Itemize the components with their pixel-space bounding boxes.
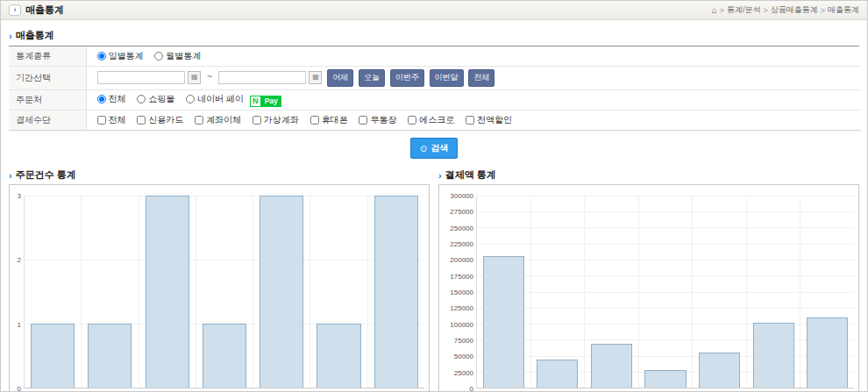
y-tick-label: 150000 bbox=[439, 289, 473, 296]
radio-daily-stats[interactable]: 일별통계 bbox=[97, 50, 144, 62]
checkbox-deposit[interactable]: 무통장 bbox=[359, 114, 396, 126]
checkbox-label: 신용카드 bbox=[148, 114, 183, 126]
checkbox-escrow[interactable]: 에스크로 bbox=[408, 114, 454, 126]
bar bbox=[699, 353, 740, 388]
breadcrumb-item[interactable]: 매출통계 bbox=[828, 4, 859, 16]
bar-columns bbox=[25, 196, 424, 388]
radio-label: 일별통계 bbox=[109, 50, 144, 62]
stats-type-row: 통계종류 일별통계 월별통계 bbox=[9, 46, 861, 67]
full-discount-checkbox[interactable] bbox=[466, 116, 474, 125]
chart-column bbox=[584, 196, 638, 388]
chart-title: › 결제액 통계 bbox=[438, 168, 859, 182]
order-naver-pay-radio[interactable] bbox=[186, 95, 195, 103]
bar bbox=[807, 317, 848, 388]
page-title-group: › 매출통계 bbox=[9, 4, 64, 17]
breadcrumb-separator: > bbox=[763, 6, 767, 15]
order-count-chart: 012311-2711-2812-1912-2412-2601-1605-14 bbox=[9, 184, 430, 392]
virtual-account-checkbox[interactable] bbox=[253, 116, 261, 125]
top-bar: › 매출통계 ⌂ > 통계/분석 > 상품매출통계 > 매출통계 bbox=[1, 1, 867, 20]
y-tick-label: 300000 bbox=[439, 192, 473, 200]
y-tick-label: 75000 bbox=[439, 337, 473, 345]
breadcrumb: ⌂ > 통계/분석 > 상품매출통계 > 매출통계 bbox=[712, 4, 859, 16]
calendar-icon[interactable]: ▦ bbox=[309, 71, 322, 84]
chart-column bbox=[25, 196, 81, 388]
checkbox-label: 무통장 bbox=[370, 114, 396, 126]
start-date-input[interactable] bbox=[97, 71, 185, 84]
daily-stats-radio[interactable] bbox=[97, 52, 106, 61]
y-tick-label: 125000 bbox=[439, 304, 473, 312]
naver-pay-badge: N Pay bbox=[250, 96, 281, 107]
radio-label: 쇼핑몰 bbox=[148, 93, 174, 105]
payment-amount-chart-panel: › 결제액 통계 0250005000075000100000125000150… bbox=[438, 167, 859, 392]
chart-column bbox=[81, 196, 138, 388]
mobile-checkbox[interactable] bbox=[310, 116, 319, 125]
order-source-row: 주문처 전체 쇼핑몰 네이버 페이 N Pay bbox=[9, 90, 861, 110]
bar bbox=[317, 324, 360, 388]
date-range-separator: ~ bbox=[207, 72, 212, 82]
y-tick-label: 175000 bbox=[439, 272, 473, 280]
checkbox-payment-all[interactable]: 전체 bbox=[97, 114, 126, 126]
checkbox-label: 가상계좌 bbox=[264, 114, 299, 126]
breadcrumb-item[interactable]: 통계/분석 bbox=[727, 4, 761, 16]
radio-order-all[interactable]: 전체 bbox=[97, 93, 126, 105]
chart-column bbox=[196, 196, 253, 388]
plot-area bbox=[24, 196, 424, 388]
period-this-month-button[interactable]: 이번달 bbox=[430, 69, 464, 87]
payment-all-checkbox[interactable] bbox=[97, 116, 106, 125]
chart-column bbox=[800, 196, 854, 388]
chart-column bbox=[746, 196, 800, 388]
chart-column bbox=[253, 196, 309, 388]
stats-type-label: 통계종류 bbox=[9, 46, 86, 67]
checkbox-bank-transfer[interactable]: 계좌이체 bbox=[195, 114, 241, 126]
y-tick-label: 200000 bbox=[439, 256, 473, 264]
chart-column bbox=[530, 196, 585, 388]
period-row: 기간선택 ▦ ~ ▦ 어제 오늘 이번주 이번달 전체 bbox=[9, 67, 861, 90]
radio-monthly-stats[interactable]: 월별통계 bbox=[154, 50, 201, 62]
checkbox-virtual-account[interactable]: 가상계좌 bbox=[253, 114, 299, 126]
order-shop-radio[interactable] bbox=[137, 95, 146, 103]
breadcrumb-item[interactable]: 상품매출통계 bbox=[771, 4, 818, 16]
y-tick-label: 225000 bbox=[439, 240, 473, 248]
credit-card-checkbox[interactable] bbox=[137, 116, 146, 125]
search-button[interactable]: ⊙ 검색 bbox=[410, 138, 458, 159]
bar bbox=[753, 323, 794, 388]
page: › 매출통계 ⌂ > 통계/분석 > 상품매출통계 > 매출통계 › 매출통계 … bbox=[0, 0, 868, 392]
checkbox-full-discount[interactable]: 전액할인 bbox=[466, 114, 512, 126]
calendar-icon[interactable]: ▦ bbox=[188, 71, 201, 84]
chart-title: › 주문건수 통계 bbox=[9, 168, 430, 182]
chevron-right-icon: › bbox=[9, 4, 21, 16]
bar bbox=[31, 324, 75, 388]
y-axis: 0123 bbox=[10, 196, 24, 388]
radio-order-naver-pay[interactable]: 네이버 페이 bbox=[186, 93, 244, 105]
home-icon[interactable]: ⌂ bbox=[712, 5, 717, 15]
order-source-label: 주문처 bbox=[9, 90, 86, 110]
chevron-right-icon: › bbox=[438, 170, 442, 181]
y-tick-label: 1 bbox=[10, 320, 21, 328]
period-yesterday-button[interactable]: 어제 bbox=[327, 69, 353, 87]
end-date-input[interactable] bbox=[218, 71, 306, 84]
checkbox-credit-card[interactable]: 신용카드 bbox=[137, 114, 183, 126]
y-tick-label: 2 bbox=[10, 256, 21, 264]
period-today-button[interactable]: 오늘 bbox=[359, 69, 385, 87]
monthly-stats-radio[interactable] bbox=[154, 52, 163, 61]
chart-column bbox=[638, 196, 693, 388]
search-form-table: 통계종류 일별통계 월별통계 기간선택 ▦ ~ ▦ 어제 bbox=[9, 46, 861, 131]
y-tick-label: 0 bbox=[439, 385, 473, 392]
y-tick-label: 100000 bbox=[439, 320, 473, 328]
checkbox-label: 계좌이체 bbox=[206, 114, 241, 126]
bank-transfer-checkbox[interactable] bbox=[195, 116, 203, 125]
escrow-checkbox[interactable] bbox=[408, 116, 416, 125]
radio-order-shop[interactable]: 쇼핑몰 bbox=[137, 93, 174, 105]
period-all-button[interactable]: 전체 bbox=[468, 69, 494, 87]
period-this-week-button[interactable]: 이번주 bbox=[390, 69, 424, 87]
checkbox-label: 전체 bbox=[109, 114, 126, 126]
bar bbox=[203, 324, 246, 388]
checkbox-mobile[interactable]: 휴대폰 bbox=[310, 114, 348, 126]
chevron-right-icon: › bbox=[9, 31, 12, 41]
chart-column bbox=[692, 196, 746, 388]
order-all-radio[interactable] bbox=[97, 95, 106, 103]
y-tick-label: 50000 bbox=[439, 353, 473, 360]
checkbox-label: 휴대폰 bbox=[322, 114, 348, 126]
bar bbox=[146, 196, 189, 388]
deposit-checkbox[interactable] bbox=[359, 116, 367, 125]
